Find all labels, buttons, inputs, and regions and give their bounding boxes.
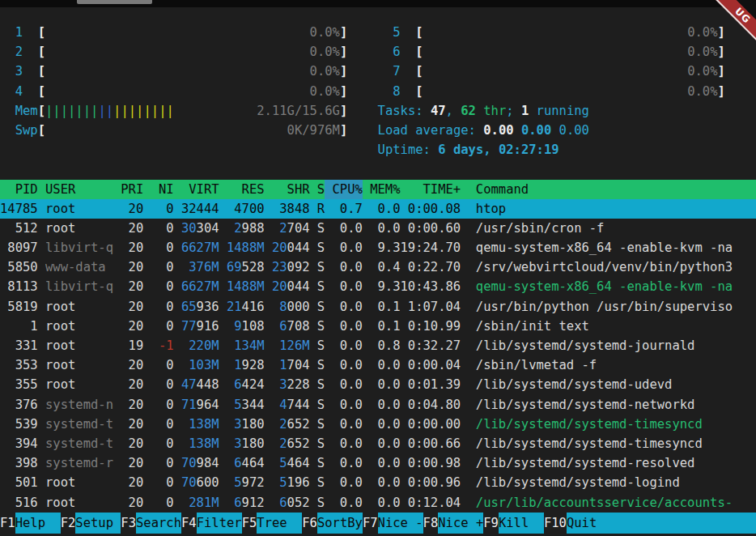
cell-shr: 3848 [265,199,310,219]
cell-ni: 0 [143,277,173,296]
col-state[interactable]: S [310,180,325,199]
cpu-meter-value: 0.0% [423,42,718,62]
col-res[interactable]: RES [219,180,265,199]
cell-user: systemd-r [45,453,113,473]
cell-ni: -1 [143,336,173,355]
threads-count: 62 [461,101,476,121]
running-label: running [529,101,589,121]
process-row[interactable]: 512 root 20 0 30304 2988 2704 S 0.0 0.0 … [0,219,756,238]
fn-key[interactable]: F9 [483,513,499,534]
process-row[interactable]: 501 root 20 0 70600 5972 5196 S 0.0 0.0 … [0,473,756,492]
mem-bar: | [106,104,113,118]
col-user[interactable]: USER [45,180,113,199]
cell-pri: 20 [113,415,143,434]
cell-command: /lib/systemd/systemd-timesyncd [476,434,756,453]
col-cpu-sort[interactable]: CPU% [325,180,363,199]
process-row[interactable]: 516 root 20 0 281M 6912 6052 S 0.0 0.0 0… [0,493,756,513]
cell-command: /usr/bin/python /usr/bin/superviso [476,297,756,317]
cell-user: libvirt-q [45,277,113,296]
cpu-meter-label: 1 [15,23,38,42]
cell-virt: 138M [174,415,219,434]
cell-time: 0:22.70 [401,257,461,277]
cell-pid: 501 [0,473,38,492]
col-time[interactable]: TIME+ [401,180,461,199]
process-row[interactable]: 398 systemd-r 20 0 70984 6464 5464 S 0.0… [0,453,756,473]
col-virt[interactable]: VIRT [174,180,219,199]
mem-meter: |||||||||||||||||2.11G/15.6G [45,101,340,121]
cell-time: 0:00.04 [401,355,461,375]
cell-mem: 0.0 [363,219,401,238]
fn-key[interactable]: F3 [121,513,136,534]
process-row[interactable]: 8113 libvirt-q 20 0 6627M 1488M 20044 S … [0,277,756,296]
col-pid[interactable]: PID [0,180,38,199]
cell-pri: 20 [113,493,143,513]
cell-pri: 20 [113,219,143,238]
cell-command: /usr/sbin/cron -f [476,219,756,238]
process-row[interactable]: 539 systemd-t 20 0 138M 3180 2652 S 0.0 … [0,415,756,434]
cell-time: 0:12.04 [401,493,461,513]
fn-key[interactable]: F7 [363,513,378,534]
col-ni[interactable]: NI [143,180,173,199]
process-list: 14785 root 20 0 32444 4700 3848 R 0.7 0.… [0,199,756,513]
cell-pri: 20 [113,473,143,492]
cell-ni: 0 [143,238,173,257]
process-row[interactable]: 5819 root 20 0 65936 21416 8000 S 0.0 0.… [0,297,756,317]
cpu-bracket-close: ] [340,62,347,81]
process-row[interactable]: 5850 www-data 20 0 376M 69528 23092 S 0.… [0,257,756,277]
window-drag-handle[interactable] [77,0,152,4]
cell-pid: 5819 [0,297,38,317]
fn-key[interactable]: F5 [242,513,257,534]
fn-key[interactable]: F8 [423,513,439,534]
cell-pid: 8097 [0,238,38,257]
table-header: PID USER PRI NI VIRT RES SHR S CPU% MEM%… [0,180,756,199]
cell-time: 0:00.00 [401,415,461,434]
fn-key-label[interactable]: Quit [567,513,756,534]
cell-command: /lib/systemd/systemd-journald [476,336,756,355]
cell-state: S [310,297,325,317]
cell-state: S [310,375,325,394]
fn-key-label[interactable]: Search [136,513,181,534]
process-row[interactable]: 353 root 20 0 103M 1928 1704 S 0.0 0.0 0… [0,355,756,375]
cell-cpu: 0.0 [325,297,363,317]
col-command[interactable]: Command [476,180,756,199]
fn-key-label[interactable]: Setup [75,513,121,534]
process-row[interactable]: 376 systemd-n 20 0 71964 5344 4744 S 0.0… [0,395,756,415]
mem-bar: | [68,104,75,118]
process-row[interactable]: 394 systemd-t 20 0 138M 3180 2652 S 0.0 … [0,434,756,453]
cell-ni: 0 [143,199,173,219]
mem-tasks-line: Mem [ |||||||||||||||||2.11G/15.6G ] Tas… [0,101,756,121]
swp-bracket-close: ] [340,121,347,140]
fn-key-label[interactable]: Nice - [378,513,423,534]
fn-key-label[interactable]: Kill [499,513,544,534]
process-row[interactable]: 14785 root 20 0 32444 4700 3848 R 0.7 0.… [0,199,756,219]
fn-key-label[interactable]: Help [15,513,61,534]
cell-user: systemd-n [45,395,113,415]
process-row[interactable]: 331 root 19 -1 220M 134M 126M S 0.0 0.8 … [0,336,756,355]
process-row[interactable]: 1 root 20 0 77916 9108 6708 S 0.0 0.1 0:… [0,317,756,336]
col-shr[interactable]: SHR [265,180,310,199]
fn-key-label[interactable]: SortBy [317,513,363,534]
cpu-meters: 1[0.0%] 5[0.0%] 2[0.0%] 6[0.0%] 3[0.0%] … [0,23,756,101]
cell-shr: 126M [265,336,310,355]
cpu-meter-label: 3 [15,62,38,81]
fn-key[interactable]: F1 [0,513,15,534]
cell-virt: 30304 [174,219,219,238]
cpu-meter-line: 2[0.0%] 6[0.0%] [0,42,756,62]
col-mem[interactable]: MEM% [363,180,401,199]
process-row[interactable]: 355 root 20 0 47448 6424 3228 S 0.0 0.0 … [0,375,756,394]
fn-key[interactable]: F10 [544,513,567,534]
fn-key[interactable]: F6 [302,513,317,534]
cell-pid: 376 [0,395,38,415]
cell-virt: 103M [174,355,219,375]
col-pri[interactable]: PRI [113,180,143,199]
fn-key[interactable]: F2 [61,513,76,534]
cpu-bracket-open: [ [415,23,423,42]
fn-key-label[interactable]: Filter [197,513,242,534]
fn-key-label[interactable]: Tree [257,513,302,534]
cell-res: 3180 [219,434,265,453]
fn-key-label[interactable]: Nice + [438,513,483,534]
cell-res: 69528 [219,257,265,277]
fn-key[interactable]: F4 [181,513,197,534]
process-row[interactable]: 8097 libvirt-q 20 0 6627M 1488M 20044 S … [0,238,756,257]
cell-res: 1928 [219,355,265,375]
